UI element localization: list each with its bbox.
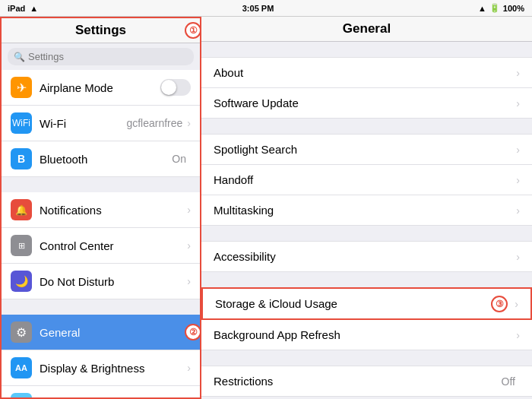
display-icon: AA [11,357,32,378]
sidebar-item-label: Bluetooth [40,153,172,166]
right-item-handoff[interactable]: Handoff › [201,165,532,195]
right-section-1: About › Software Update › [201,57,532,119]
right-section-2: Spotlight Search › Handoff › Multitaskin… [201,134,532,226]
sidebar-item-bluetooth[interactable]: B Bluetooth On [2,141,200,177]
right-item-label: Background App Refresh [214,328,516,341]
wifi-icon: ▲ [30,4,38,13]
chevron-icon: › [516,144,520,156]
sidebar-item-wallpaper[interactable]: 🖼 Wallpaper › [2,386,200,397]
airplane-icon: ✈ [11,77,32,98]
signal-icon: ▲ [478,4,486,13]
wifi-icon: WiFi [11,112,32,134]
chevron-icon: › [516,67,520,79]
right-item-storageicloud[interactable]: Storage & iCloud Usage ③ › [201,287,532,320]
sidebar-item-wifi[interactable]: WiFi Wi-Fi gcflearnfree › [2,106,200,141]
right-item-backgroundapprefresh[interactable]: Background App Refresh › [201,320,532,350]
right-item-label: Spotlight Search [214,143,516,156]
notifications-icon: 🔔 [11,199,32,220]
status-right: ▲ 🔋 100% [478,3,524,13]
right-panel-header: General [201,17,532,42]
search-icon: 🔍 [14,52,25,62]
section-gap-1 [2,177,200,192]
chevron-icon: › [516,251,520,263]
chevron-icon: › [187,204,191,216]
bluetooth-icon: B [11,148,32,169]
right-item-accessibility[interactable]: Accessibility › [201,241,532,272]
right-item-restrictions[interactable]: Restrictions Off [201,366,532,397]
annotation-2: ② [185,324,200,340]
main-content: Settings ① 🔍 ✈ Airplane Mode WiFi Wi-Fi … [0,17,532,399]
sidebar-section-general: ⚙ General ② AA Display & Brightness › 🖼 … [2,315,200,397]
right-item-label: Restrictions [214,375,502,388]
chevron-icon: › [516,97,520,109]
chevron-icon: › [516,329,520,341]
sidebar-header: Settings ① [2,18,200,43]
right-section-3: Accessibility › [201,241,532,272]
status-bar: iPad ▲ 3:05 PM ▲ 🔋 100% [0,0,532,17]
general-icon: ⚙ [11,321,32,343]
sidebar: Settings ① 🔍 ✈ Airplane Mode WiFi Wi-Fi … [0,17,201,399]
search-input[interactable] [28,51,188,62]
status-left: iPad ▲ [8,4,38,13]
right-item-label: Software Update [214,97,516,109]
sidebar-item-label: Notifications [40,204,187,217]
right-item-spotlightsearch[interactable]: Spotlight Search › [201,134,532,165]
sidebar-item-label: Airplane Mode [40,81,160,94]
controlcenter-icon: ⊞ [11,235,32,256]
wallpaper-icon: 🖼 [11,393,32,397]
sidebar-section-controls: 🔔 Notifications › ⊞ Control Center › 🌙 D… [2,192,200,299]
chevron-icon: › [187,362,191,374]
right-item-multitasking[interactable]: Multitasking › [201,195,532,226]
right-item-label: Storage & iCloud Usage [215,297,493,310]
chevron-icon: › [187,275,191,287]
donotdisturb-icon: 🌙 [11,271,32,292]
status-time: 3:05 PM [242,4,274,13]
annotation-3: ③ [491,296,508,312]
right-item-label: Handoff [214,173,516,186]
chevron-icon: › [187,239,191,252]
right-item-about[interactable]: About › [201,57,532,88]
search-bar[interactable]: 🔍 [8,48,194,65]
right-section-5: Restrictions Off [201,366,532,397]
right-item-label: Multitasking [214,204,516,217]
sidebar-item-label: Control Center [40,239,187,252]
status-ipad: iPad [8,4,25,13]
sidebar-list: ✈ Airplane Mode WiFi Wi-Fi gcflearnfree … [2,70,200,397]
right-item-label: About [214,66,516,79]
restrictions-value: Off [502,375,515,388]
annotation-1: ① [185,22,201,39]
section-gap-2 [2,299,200,315]
chevron-icon: › [187,117,191,129]
right-panel: General About › Software Update › Spotli… [201,17,532,399]
sidebar-item-label: Wallpaper [40,397,187,398]
chevron-icon: › [516,174,520,186]
sidebar-item-label: Wi-Fi [40,117,126,130]
sidebar-section-connectivity: ✈ Airplane Mode WiFi Wi-Fi gcflearnfree … [2,70,200,177]
right-panel-title: General [343,21,391,36]
right-section-4: Storage & iCloud Usage ③ › Background Ap… [201,287,532,350]
sidebar-item-display[interactable]: AA Display & Brightness › [2,350,200,386]
battery-level: 100% [503,4,524,13]
sidebar-item-general[interactable]: ⚙ General ② [2,315,200,350]
sidebar-item-notifications[interactable]: 🔔 Notifications › [2,192,200,228]
sidebar-title: Settings [75,23,126,38]
sidebar-item-controlcenter[interactable]: ⊞ Control Center › [2,228,200,264]
sidebar-item-airplane[interactable]: ✈ Airplane Mode [2,70,200,106]
right-panel-list: About › Software Update › Spotlight Sear… [201,57,532,399]
airplane-toggle[interactable] [160,79,191,96]
sidebar-item-donotdisturb[interactable]: 🌙 Do Not Disturb › [2,264,200,299]
wifi-value: gcflearnfree [126,117,182,129]
right-item-label: Accessibility [214,250,516,263]
chevron-icon: › [515,298,518,310]
sidebar-item-label: Do Not Disturb [40,275,187,288]
bluetooth-value: On [172,153,186,165]
right-item-softwareupdate[interactable]: Software Update › [201,88,532,119]
sidebar-item-label: Display & Brightness [40,362,187,375]
chevron-icon: › [516,204,520,217]
sidebar-item-label: General [40,326,191,339]
battery-icon: 🔋 [489,3,500,13]
